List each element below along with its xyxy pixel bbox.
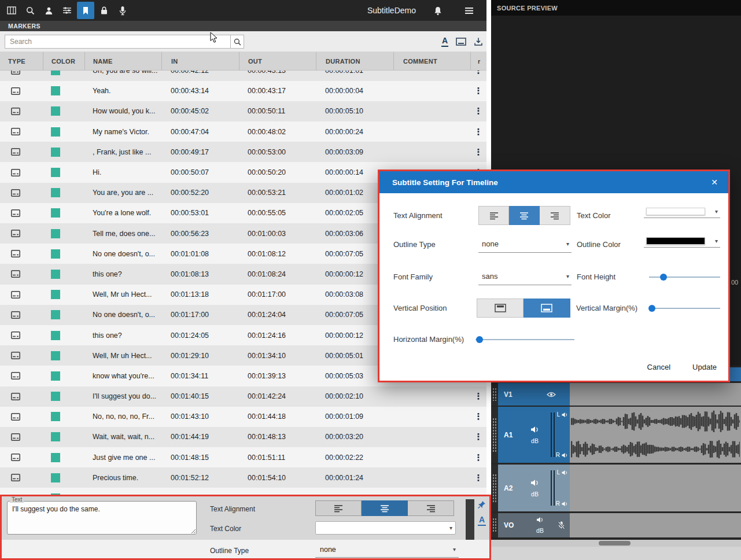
editor-scrollbar[interactable] [466,499,474,540]
align-left-button[interactable] [315,500,362,516]
column-header-in[interactable]: IN [161,52,239,70]
lock-icon[interactable] [95,2,113,19]
marker-color-swatch[interactable] [51,249,60,259]
marker-row[interactable]: Uh, you are so will...00:00:42:1200:00:4… [0,71,486,81]
marker-color-swatch[interactable] [51,208,60,218]
slider-thumb[interactable] [648,305,655,312]
marker-color-swatch[interactable] [51,371,60,381]
marker-color-swatch[interactable] [51,168,60,177]
bell-icon[interactable] [429,2,447,19]
track-drag-handle[interactable] [491,407,498,463]
cancel-button[interactable]: Cancel [643,360,675,374]
marker-color-swatch[interactable] [51,432,60,441]
marker-menu-button[interactable]: ⋮ [470,81,486,101]
marker-color-swatch[interactable] [51,188,60,197]
marker-row[interactable]: No, no, no, no, Fr...00:01:43:1000:01:44… [0,407,486,427]
subtitle-text-input[interactable]: I'll suggest you do the same. [7,501,197,535]
track-drag-handle[interactable] [491,465,498,511]
marker-row[interactable]: How would, you k...00:00:45:0200:00:50:1… [0,101,486,121]
align-center-button[interactable] [362,500,408,516]
markers-icon[interactable] [77,2,94,19]
marker-color-swatch[interactable] [51,229,60,238]
v1-track-lane[interactable] [570,383,741,406]
marker-row[interactable]: Wait, wait, wait, n...00:01:44:1900:01:4… [0,427,486,447]
eye-icon[interactable] [547,391,556,397]
db-label[interactable]: dB [536,527,544,534]
marker-color-swatch[interactable] [51,127,60,137]
v1-track-header[interactable]: V1 [498,383,570,406]
marker-color-swatch[interactable] [51,473,60,482]
update-button[interactable]: Update [688,360,721,374]
column-header-comment[interactable]: COMMENT [393,52,470,70]
outline-type-select[interactable]: none ▾ [315,543,459,558]
marker-menu-button[interactable]: ⋮ [470,386,486,407]
db-label[interactable]: dB [531,437,539,444]
marker-color-swatch[interactable] [51,270,60,279]
right-channel-toggle[interactable]: R [556,500,568,507]
marker-menu-button[interactable]: ⋮ [470,142,486,162]
marker-row[interactable]: Just give me one ...00:01:48:1500:01:51:… [0,447,486,467]
marker-color-swatch[interactable] [51,290,60,299]
vertical-margin-slider[interactable] [649,304,720,312]
audio-track-a1[interactable]: A1 dB L R [491,407,741,463]
scrollbar-thumb[interactable] [599,541,631,546]
marker-row[interactable]: I'll suggest you do...00:01:40:1500:01:4… [0,386,486,407]
column-header-name[interactable]: NAME [84,52,161,70]
text-style-icon[interactable]: A [478,515,486,526]
outline-color-select[interactable]: ▾ [644,237,720,248]
video-track-v1[interactable]: V1 [491,383,741,406]
speaker-icon[interactable] [530,479,539,487]
layout-columns-icon[interactable] [3,2,20,19]
column-header-duration[interactable]: DURATION [316,52,393,70]
subtitle-display-icon[interactable] [456,38,466,46]
db-label[interactable]: dB [531,491,539,498]
align-left-button[interactable] [478,206,509,225]
vertical-position-top-button[interactable] [477,299,524,318]
column-header-fragment[interactable]: r [470,52,486,70]
microphone-icon[interactable] [114,2,131,19]
track-drag-handle[interactable] [491,383,498,406]
voiceover-track[interactable]: VO dB [491,513,741,537]
marker-color-swatch[interactable] [51,71,60,75]
marker-menu-button[interactable]: ⋮ [470,407,486,427]
marker-color-swatch[interactable] [51,148,60,157]
pin-icon[interactable] [477,500,486,509]
marker-color-swatch[interactable] [51,351,60,360]
align-right-button[interactable] [540,206,570,225]
align-center-button[interactable] [509,206,540,225]
marker-color-swatch[interactable] [51,331,60,340]
marker-row[interactable]: Yeah.00:00:43:1400:00:43:1700:00:00:04⋮ [0,81,486,101]
horizontal-margin-slider[interactable] [475,336,574,344]
speaker-icon[interactable] [536,517,544,523]
marker-row[interactable]: , Frank, just like ...00:00:49:1700:00:5… [0,142,486,162]
audio-track-a2[interactable]: A2 dB L R [491,465,741,511]
align-right-button[interactable] [408,500,454,516]
marker-color-swatch[interactable] [51,86,60,95]
marker-menu-button[interactable]: ⋮ [470,101,486,121]
marker-menu-button[interactable]: ⋮ [470,121,486,142]
marker-color-swatch[interactable] [51,106,60,116]
column-header-color[interactable]: COLOR [43,52,84,70]
left-channel-toggle[interactable]: L [556,411,568,418]
left-channel-toggle[interactable]: L [556,469,568,476]
timeline-hscrollbar[interactable] [491,540,741,547]
marker-row[interactable]: My name's Victor.00:00:47:0400:00:48:020… [0,121,486,142]
marker-menu-button[interactable]: ⋮ [470,467,486,488]
slider-thumb[interactable] [660,274,667,281]
column-header-type[interactable]: TYPE [0,52,43,70]
marker-menu-button[interactable]: ⋮ [470,488,486,495]
right-channel-toggle[interactable]: R [556,452,568,458]
text-color-select[interactable]: ▾ [315,521,456,535]
text-format-icon[interactable]: A [441,36,448,47]
marker-color-swatch[interactable] [51,392,60,401]
search-submit-button[interactable] [230,35,244,49]
marker-color-swatch[interactable] [51,310,60,319]
a2-track-lane[interactable] [570,465,741,511]
font-height-slider[interactable] [649,273,720,281]
mic-muted-icon[interactable] [558,521,565,530]
marker-row[interactable]: ⋮ [0,488,486,495]
menu-icon[interactable] [460,2,478,19]
marker-menu-button[interactable]: ⋮ [470,447,486,467]
search-icon[interactable] [21,2,39,19]
user-icon[interactable] [40,2,57,19]
